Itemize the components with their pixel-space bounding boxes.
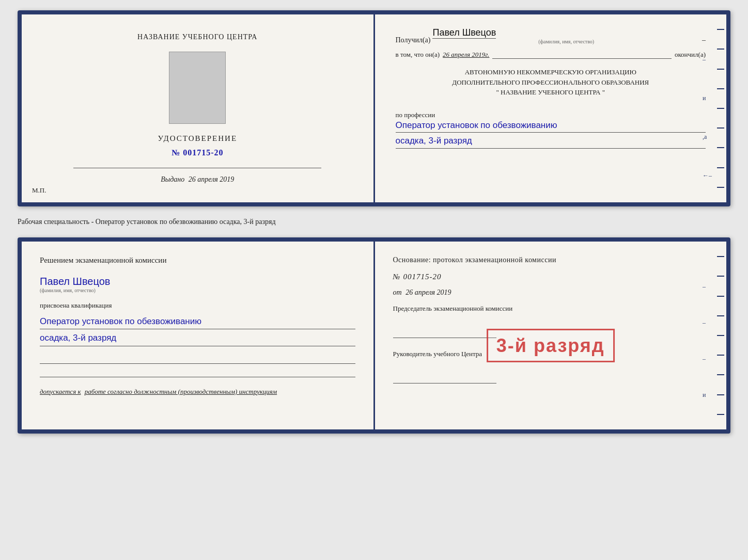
cert-school-name: НАЗВАНИЕ УЧЕБНОГО ЦЕНТРА: [137, 33, 257, 41]
in-that-line: в том, что он(а) 26 апреля 2019г. окончи…: [396, 51, 706, 59]
cert-left-panel: НАЗВАНИЕ УЧЕБНОГО ЦЕНТРА УДОСТОВЕРЕНИЕ №…: [22, 14, 375, 202]
cert-number: № 001715-20: [158, 148, 237, 157]
profession-value2: осадка, 3-й разряд: [396, 135, 706, 149]
finished-label: окончил(а): [675, 51, 706, 59]
protocol-date-value: 26 апреля 2019: [406, 289, 451, 296]
received-line: Получил(а) Павел Швецов (фамилия, имя, о…: [396, 27, 706, 44]
qual-fio-sub: (фамилия, имя, отчество): [40, 287, 355, 293]
mp-label: М.П.: [32, 186, 46, 195]
received-value: Павел Швецов: [432, 27, 496, 39]
qual-fio: Павел Швецов: [40, 276, 355, 287]
qual-profession-block: Оператор установок по обезвоживанию осад…: [40, 315, 355, 346]
chairman-signature-line: [393, 328, 496, 338]
qual-protocol-number: № 001715-20: [393, 273, 709, 281]
head-label: Руководитель учебного Центра: [393, 349, 709, 359]
in-that-label: в том, что он(а): [396, 51, 440, 59]
dash: –: [702, 36, 706, 44]
qual-assigned-label: присвоена квалификация: [40, 301, 355, 310]
qual-line-1: [40, 354, 355, 364]
org-line2: ДОПОЛНИТЕЛЬНОГО ПРОФЕССИОНАЛЬНОГО ОБРАЗО…: [396, 77, 706, 88]
certificate-card: НАЗВАНИЕ УЧЕБНОГО ЦЕНТРА УДОСТОВЕРЕНИЕ №…: [18, 10, 730, 206]
qual-chairman: Председатель экзаменационной комиссии: [393, 304, 709, 338]
qual-basis-label: Основание: протокол экзаменационной коми…: [393, 254, 709, 265]
separator-text: Рабочая специальность - Оператор установ…: [18, 216, 730, 228]
cert-issued-date: 26 апреля 2019: [189, 175, 234, 183]
cert-photo: [169, 52, 226, 124]
side-decorations: [715, 14, 726, 202]
profession-block: по профессии Оператор установок по обезв…: [396, 108, 706, 149]
допускается-value: работе согласно должностным (производств…: [85, 388, 277, 395]
side-char-marks: – и ,а ←– – – –: [703, 56, 712, 202]
profession-value1: Оператор установок по обезвоживанию: [396, 119, 706, 133]
cert-issued-label: Выдано: [161, 175, 184, 183]
допускается-label: допускается к: [40, 388, 81, 395]
org-line1: АВТОНОМНУЮ НЕКОММЕРЧЕСКУЮ ОРГАНИЗАЦИЮ: [396, 67, 706, 77]
qual-profession2: осадка, 3-й разряд: [40, 331, 355, 346]
qualification-card: Решением экзаменационной комиссии Павел …: [18, 237, 730, 434]
qual-допускается: допускается к работе согласно должностны…: [40, 388, 355, 396]
chairman-label: Председатель экзаменационной комиссии: [393, 304, 709, 313]
qual-profession1: Оператор установок по обезвоживанию: [40, 315, 355, 330]
qual-protocol-date: от 26 апреля 2019: [393, 289, 709, 297]
qual-side-decorations: [715, 242, 726, 429]
cert-document-label: УДОСТОВЕРЕНИЕ: [158, 134, 237, 143]
qual-right-panel: Основание: протокол экзаменационной коми…: [375, 242, 727, 429]
fio-subtitle: (фамилия, имя, отчество): [432, 39, 700, 44]
qual-head: Руководитель учебного Центра: [393, 349, 709, 383]
page-container: НАЗВАНИЕ УЧЕБНОГО ЦЕНТРА УДОСТОВЕРЕНИЕ №…: [18, 10, 730, 434]
head-signature-line: [393, 373, 496, 383]
org-line3: " НАЗВАНИЕ УЧЕБНОГО ЦЕНТРА ": [396, 87, 706, 98]
qual-left-panel: Решением экзаменационной комиссии Павел …: [22, 242, 375, 429]
qual-decision-title: Решением экзаменационной комиссии: [40, 254, 355, 266]
in-that-date: 26 апреля 2019г.: [443, 51, 489, 59]
received-label: Получил(а): [396, 36, 431, 44]
qual-line-2: [40, 367, 355, 377]
cert-right-panel: Получил(а) Павел Швецов (фамилия, имя, о…: [375, 14, 727, 202]
profession-label: по профессии: [396, 111, 706, 119]
date-prefix: от: [393, 289, 402, 296]
qual-side-char-marks: – – – и ,а ←– – – –: [703, 283, 712, 429]
qual-signature-lines: [40, 354, 355, 377]
org-block: АВТОНОМНУЮ НЕКОММЕРЧЕСКУЮ ОРГАНИЗАЦИЮ ДО…: [396, 67, 706, 98]
